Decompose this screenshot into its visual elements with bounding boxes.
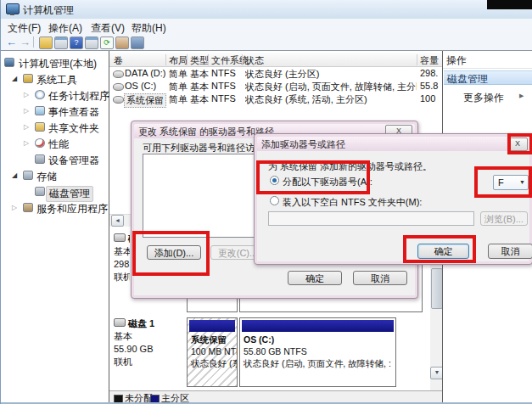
column-separator: [417, 54, 417, 65]
mount-folder-radio[interactable]: [270, 196, 279, 205]
console-window-icon-2[interactable]: [85, 36, 98, 49]
partition-status: 状态良好 (启动, 页面文件, 故障转储, :: [244, 358, 391, 370]
disk-icon: [114, 318, 126, 327]
column-layout[interactable]: 布局: [169, 54, 188, 67]
volume-row-os-c[interactable]: OS (C:) 简单 基本 NTFS 状态良好 (启动, 页面文件, 故障转储,…: [109, 80, 442, 93]
tree-item-label: 系统工具: [36, 73, 77, 87]
volume-type: 基本: [190, 68, 209, 81]
volume-icon: [113, 70, 124, 78]
disk0-label[interactable]: 磁盘 0 基本 298. 联机: [114, 233, 130, 287]
volume-name-selected: 系统保留: [124, 93, 166, 108]
volume-status: 状态良好 (启动, 页面文件, 故障转储, 主分区): [245, 81, 417, 93]
tree-item-label: 性能: [48, 137, 69, 152]
screen-artifact-bar: [487, 0, 532, 9]
actions-header: 操作: [446, 53, 467, 68]
tree-item-label: 服务和应用程序: [36, 202, 108, 216]
scrollbar-thumb[interactable]: [431, 268, 443, 309]
tree-item-label-selected: 磁盘管理: [46, 186, 93, 202]
manage-disks-icon[interactable]: [131, 36, 144, 49]
column-volume[interactable]: 卷: [114, 54, 123, 67]
actions-disk-management[interactable]: 磁盘管理: [444, 70, 532, 85]
partition-name: OS (C:): [244, 334, 274, 345]
disk0-status: 联机: [114, 272, 130, 282]
window-title: 计算机管理: [23, 3, 74, 18]
volume-layout: 简单: [169, 93, 188, 106]
volume-icon: [113, 96, 124, 104]
disk1-label[interactable]: 磁盘 1 基本 55.90 GB 联机: [114, 317, 185, 372]
tree-item-label: 事件查看器: [48, 105, 99, 120]
annotation-drive-letter-select: [474, 166, 532, 198]
disk1-partition-system-reserved[interactable]: 系统保留 100 MB NTFS 状态良好 (系统: [187, 317, 238, 387]
disk1-type: 基本: [114, 331, 132, 341]
disk1-partition-os-c[interactable]: OS (C:) 55.80 GB NTFS 状态良好 (启动, 页面文件, 故障…: [239, 317, 396, 387]
column-separator: [165, 54, 166, 65]
collapsed-icon[interactable]: ▷: [12, 204, 17, 211]
column-type[interactable]: 类型: [190, 54, 209, 67]
volume-layout: 简单: [169, 68, 188, 81]
system-tools-icon: [23, 74, 33, 83]
ok-button[interactable]: 确定: [288, 271, 342, 285]
tree-item-label: 任务计划程序: [48, 89, 109, 104]
disk0-size: 298.: [114, 259, 130, 269]
disk1-name: 磁盘 1: [128, 318, 154, 328]
volume-capacity: 298.: [420, 68, 442, 78]
volume-name: OS (C:): [125, 81, 165, 91]
storage-icon: [23, 171, 33, 180]
browse-button[interactable]: 浏览(B)...: [480, 211, 528, 226]
actions-more[interactable]: 更多操作: [463, 91, 504, 105]
cancel-button[interactable]: 取消: [353, 271, 407, 285]
volume-type: 基本: [190, 81, 209, 93]
partition-status: 状态良好 (系统: [191, 358, 238, 370]
annotation-ok-button: [403, 235, 476, 263]
volume-name: DATA (D:): [125, 68, 165, 78]
volume-fs: NTFS: [211, 93, 236, 104]
computer-icon: [4, 58, 14, 67]
expanded-icon[interactable]: ◢: [12, 171, 17, 179]
expanded-icon[interactable]: ◢: [12, 75, 17, 82]
partition-name: 系统保留: [191, 334, 227, 346]
title-bar: 计算机管理: [1, 0, 532, 20]
event-viewer-icon: [35, 106, 45, 115]
volume-status: 状态良好 (系统, 活动, 主分区): [245, 93, 417, 106]
properties-icon[interactable]: [115, 36, 129, 49]
column-separator: [242, 54, 243, 65]
volume-capacity: 55.8: [420, 81, 442, 91]
disk1-status: 联机: [114, 356, 132, 367]
volume-icon: [113, 83, 124, 91]
volume-type: 基本: [190, 93, 209, 106]
shared-folders-icon: [35, 122, 45, 132]
help-icon[interactable]: ?: [70, 36, 83, 49]
volume-layout: 简单: [169, 81, 188, 93]
disk0-type: 基本: [114, 246, 130, 256]
forward-icon[interactable]: →: [20, 36, 31, 48]
computer-management-window: 计算机管理 文件(F) 操作(A) 查看(V) 帮助(H) ← → ? ⟳ 计算…: [0, 0, 532, 404]
volume-row-system-reserved[interactable]: 系统保留 简单 基本 NTFS 状态良好 (系统, 活动, 主分区) 100: [109, 93, 442, 105]
mount-folder-label: 装入以下空白 NTFS 文件夹中(M):: [283, 196, 422, 209]
column-filesystem[interactable]: 文件系统: [211, 54, 249, 67]
refresh-icon[interactable]: ⟳: [100, 36, 114, 49]
disk-management-icon: [35, 187, 45, 196]
add-drive-letter-dialog: 添加驱动器号或路径 X 为 系统保留 添加新的驱动器号或路径。 分配以下驱动器号…: [254, 133, 532, 265]
console-window-icon[interactable]: [54, 36, 68, 49]
column-separator: [187, 54, 188, 65]
annotation-add-button: [132, 231, 210, 276]
column-status[interactable]: 状态: [245, 54, 264, 67]
column-separator: [208, 54, 209, 65]
back-icon[interactable]: ←: [6, 36, 17, 48]
show-tree-icon[interactable]: [39, 36, 53, 49]
volume-row-data-d[interactable]: DATA (D:) 简单 基本 NTFS 状态良好 (主分区) 298.: [109, 67, 442, 80]
disk-icon: [114, 233, 126, 242]
collapsed-icon[interactable]: ▷: [24, 107, 29, 115]
primary-partition-bar: [242, 320, 394, 332]
collapsed-icon[interactable]: ▷: [24, 123, 29, 131]
collapsed-icon[interactable]: ▷: [24, 139, 29, 147]
dialog-title: 添加驱动器号或路径: [257, 137, 529, 151]
cancel-button[interactable]: 取消: [488, 244, 532, 259]
primary-partition-bar: [189, 320, 235, 332]
annotation-assign-radio: [256, 160, 370, 194]
scroll-left-icon[interactable]: ◄: [111, 215, 124, 227]
column-capacity[interactable]: 容量: [420, 54, 439, 67]
actions-separator: [443, 68, 532, 69]
mount-path-input[interactable]: [268, 211, 474, 226]
collapsed-icon[interactable]: ▷: [24, 91, 29, 98]
